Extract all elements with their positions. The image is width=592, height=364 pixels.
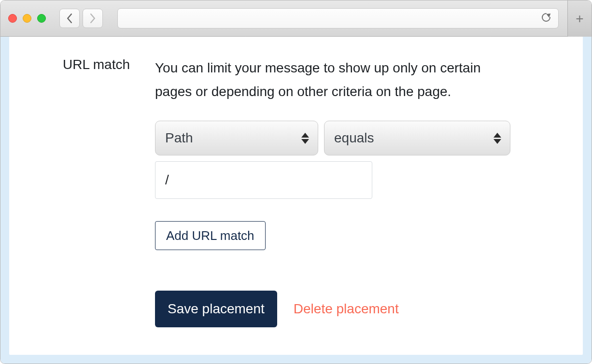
close-window-button[interactable] xyxy=(8,14,17,23)
save-placement-button[interactable]: Save placement xyxy=(155,291,277,327)
action-row: Save placement Delete placement xyxy=(155,291,512,327)
field-select[interactable]: Path xyxy=(155,121,318,155)
value-input[interactable] xyxy=(155,161,372,199)
browser-toolbar: + xyxy=(0,0,592,37)
new-tab-button[interactable]: + xyxy=(567,0,592,37)
field-select-value: Path xyxy=(165,130,193,146)
forward-button[interactable] xyxy=(83,9,103,28)
browser-window: + URL match You can limit your message t… xyxy=(0,0,592,364)
operator-select[interactable]: equals xyxy=(324,121,510,155)
minimize-window-button[interactable] xyxy=(23,14,31,23)
page-viewport: URL match You can limit your message to … xyxy=(0,37,592,364)
select-stepper-icon xyxy=(493,133,501,144)
condition-row: Path equals xyxy=(155,121,512,155)
section-body: You can limit your message to show up on… xyxy=(155,56,512,327)
delete-placement-link[interactable]: Delete placement xyxy=(294,301,399,317)
section-label: URL match xyxy=(33,56,130,72)
maximize-window-button[interactable] xyxy=(37,14,46,23)
nav-buttons xyxy=(59,9,103,28)
help-text: You can limit your message to show up on… xyxy=(155,56,512,103)
address-bar[interactable] xyxy=(117,8,559,28)
settings-panel: URL match You can limit your message to … xyxy=(9,37,583,355)
window-controls xyxy=(8,14,46,23)
back-button[interactable] xyxy=(59,9,80,28)
add-url-match-button[interactable]: Add URL match xyxy=(155,221,266,250)
reload-icon[interactable] xyxy=(541,12,551,25)
chevron-right-icon xyxy=(89,14,96,23)
operator-select-value: equals xyxy=(334,130,374,146)
plus-icon: + xyxy=(576,11,583,27)
select-stepper-icon xyxy=(301,133,309,144)
url-match-section: URL match You can limit your message to … xyxy=(33,56,559,327)
chevron-left-icon xyxy=(66,14,73,23)
